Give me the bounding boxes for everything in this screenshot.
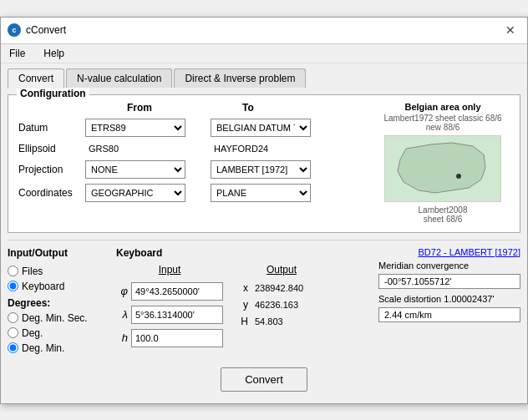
meridian-label: Meridian convergence	[378, 261, 520, 271]
main-window: c cConvert ✕ File Help Convert N-value c…	[0, 17, 528, 404]
menu-file[interactable]: File	[4, 46, 30, 61]
keyboard-title: Keyboard	[116, 247, 370, 259]
datum-to-select[interactable]: BELGIAN DATUM 72	[211, 119, 311, 137]
menu-bar: File Help	[1, 44, 527, 63]
datum-row: Datum ETRS89 BELGIAN DATUM 72	[18, 119, 368, 137]
degrees-label: Degrees:	[8, 297, 108, 309]
degminsec-radio-row: Deg. Min. Sec.	[8, 312, 108, 324]
belgium-panel: Belgian area only Lambert1972 sheet clas…	[376, 102, 510, 224]
degmin-label: Deg. Min.	[22, 342, 64, 354]
deg-radio[interactable]	[8, 327, 18, 338]
config-from-header: From	[85, 102, 194, 114]
config-title: Configuration	[17, 88, 89, 99]
files-radio[interactable]	[8, 266, 18, 276]
tab-bar: Convert N-value calculation Direct & Inv…	[1, 63, 527, 88]
lambda-input[interactable]	[131, 306, 223, 324]
kb-inner: Input φ λ h	[116, 264, 370, 347]
datum-from-select[interactable]: ETRS89	[85, 119, 185, 137]
scale-label: Scale distortion 1.00002437'	[378, 294, 520, 304]
window-title: cConvert	[26, 24, 66, 36]
config-form: From To Datum ETRS89 BELGIAN DATUM 72	[18, 102, 368, 224]
title-bar: c cConvert ✕	[1, 18, 527, 44]
app-icon: c	[8, 23, 21, 37]
kb-y-row: y 46236.163	[236, 299, 327, 311]
main-content: Configuration From To Datum ETRS89	[1, 88, 527, 403]
phi-input[interactable]	[131, 282, 223, 301]
keyboard-label: Keyboard	[22, 281, 64, 292]
kb-phi-row: φ	[116, 282, 223, 301]
kb-output-header: Output	[236, 264, 327, 276]
tab-nvalue[interactable]: N-value calculation	[66, 68, 172, 88]
bottom-section: Input/Output Files Keyboard Degrees: Deg…	[8, 247, 520, 357]
files-radio-row: Files	[8, 266, 108, 277]
projection-label: Projection	[18, 164, 85, 175]
config-inner: From To Datum ETRS89 BELGIAN DATUM 72	[18, 102, 510, 224]
degminsec-label: Deg. Min. Sec.	[22, 312, 88, 324]
projection-row: Projection NONE LAMBERT [1972]	[18, 160, 368, 179]
belgium-caption: Lambert2008 sheet 68/6	[419, 205, 468, 224]
ellipsoid-to-text: HAYFORD24	[211, 142, 311, 155]
io-title: Input/Output	[8, 247, 108, 259]
h-symbol: h	[116, 331, 128, 344]
menu-help[interactable]: Help	[38, 46, 69, 61]
info-group: BD72 - LAMBERT [1972] Meridian convergen…	[378, 247, 520, 357]
config-to-header: To	[194, 102, 302, 114]
kb-x-row: x 238942.840	[236, 282, 327, 294]
cm-value: 2.44 cm/km	[378, 307, 520, 322]
projection-to-select[interactable]: LAMBERT [1972]	[211, 160, 311, 179]
x-value: 238942.840	[251, 282, 327, 294]
belgium-svg	[385, 136, 501, 202]
coordinates-from-select[interactable]: GEOGRAPHIC	[85, 184, 185, 202]
kb-h-row: h	[116, 329, 223, 347]
convert-button[interactable]: Convert	[221, 367, 307, 392]
svg-marker-1	[398, 143, 485, 193]
kb-lambda-row: λ	[116, 306, 223, 324]
h-input[interactable]	[131, 329, 223, 347]
deg-label: Deg.	[22, 327, 43, 339]
keyboard-radio-row: Keyboard	[8, 281, 108, 292]
kb-output-column: Output x 238942.840 y 46236.163	[236, 264, 327, 347]
projection-from-select[interactable]: NONE	[85, 160, 185, 179]
tab-convert[interactable]: Convert	[8, 68, 64, 89]
kb-H-row: H 54.803	[236, 316, 327, 327]
svg-point-2	[456, 174, 461, 179]
keyboard-radio[interactable]	[8, 281, 18, 291]
io-group: Input/Output Files Keyboard Degrees: Deg…	[8, 247, 108, 357]
H-value: 54.803	[251, 316, 327, 327]
coordinates-row: Coordinates GEOGRAPHIC PLANE	[18, 184, 368, 202]
keyboard-group: Keyboard Input φ λ	[116, 247, 370, 357]
H-label: H	[236, 316, 248, 327]
coordinates-to-select[interactable]: PLANE	[211, 184, 311, 202]
ellipsoid-row: Ellipsoid GRS80 HAYFORD24	[18, 142, 368, 155]
tab-direct-inverse[interactable]: Direct & Inverse problem	[174, 68, 306, 88]
close-button[interactable]: ✕	[500, 22, 520, 38]
x-label: x	[236, 282, 248, 294]
files-label: Files	[22, 266, 43, 277]
y-value: 46236.163	[251, 299, 327, 311]
ellipsoid-label: Ellipsoid	[18, 143, 85, 154]
degmin-radio-row: Deg. Min.	[8, 342, 108, 354]
title-bar-left: c cConvert	[8, 23, 66, 37]
ellipsoid-from-text: GRS80	[85, 142, 185, 155]
belgium-map	[384, 135, 501, 202]
degminsec-radio[interactable]	[8, 312, 18, 323]
kb-input-column: Input φ λ h	[116, 264, 223, 347]
meridian-value: -00°57.1055712'	[378, 274, 520, 289]
config-group: Configuration From To Datum ETRS89	[8, 94, 520, 233]
y-label: y	[236, 299, 248, 311]
lambda-symbol: λ	[116, 308, 128, 321]
degmin-radio[interactable]	[8, 342, 18, 353]
config-header: From To	[85, 102, 368, 114]
belgium-subtitle: Lambert1972 sheet classic 68/6 new 88/6	[376, 114, 510, 132]
kb-input-header: Input	[116, 264, 223, 276]
deg-radio-row: Deg.	[8, 327, 108, 339]
coordinates-label: Coordinates	[18, 187, 85, 199]
info-link[interactable]: BD72 - LAMBERT [1972]	[378, 247, 520, 257]
belgium-title: Belgian area only	[404, 102, 480, 112]
convert-row: Convert	[8, 367, 520, 392]
phi-symbol: φ	[116, 285, 128, 297]
datum-label: Datum	[18, 122, 85, 134]
separator	[8, 240, 520, 240]
